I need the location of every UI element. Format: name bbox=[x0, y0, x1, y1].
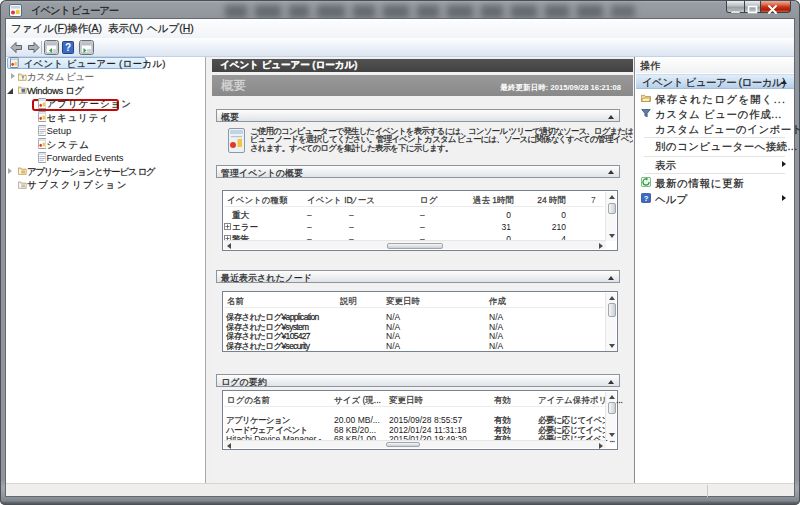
svg-text:?: ? bbox=[65, 42, 71, 53]
svg-text:?: ? bbox=[644, 193, 649, 202]
